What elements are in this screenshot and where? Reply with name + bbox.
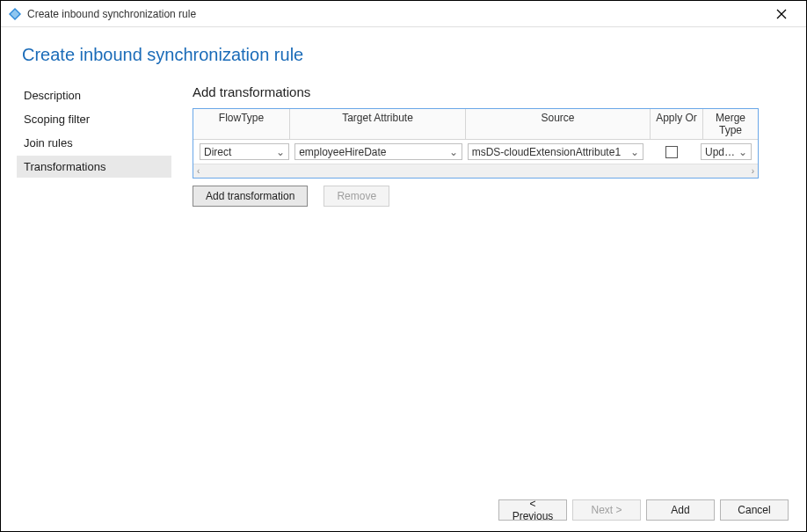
window-title: Create inbound synchronization rule — [27, 8, 196, 20]
remove-button[interactable]: Remove — [324, 186, 389, 207]
apply-once-checkbox[interactable] — [665, 146, 678, 158]
close-button[interactable] — [764, 1, 799, 27]
source-value: msDS-cloudExtensionAttribute1 — [472, 146, 630, 158]
app-icon — [8, 7, 22, 21]
sidenav-item-join-rules[interactable]: Join rules — [17, 132, 171, 154]
col-header-source: Source — [466, 109, 651, 140]
next-button[interactable]: Next > — [572, 499, 641, 521]
chevron-down-icon: ⌄ — [276, 146, 285, 158]
horizontal-scrollbar[interactable]: ‹ › — [193, 164, 758, 178]
page-title: Create inbound synchronization rule — [22, 45, 790, 65]
transformations-grid: FlowType Target Attribute Source Apply O… — [193, 108, 759, 179]
add-transformation-button[interactable]: Add transformation — [193, 186, 308, 207]
panel-heading: Add transformations — [193, 84, 790, 99]
col-header-applyor: Apply Or — [651, 109, 703, 140]
grid-header: FlowType Target Attribute Source Apply O… — [193, 109, 758, 140]
col-header-target: Target Attribute — [290, 109, 466, 140]
sidenav-item-scoping-filter[interactable]: Scoping filter — [17, 108, 171, 130]
sidenav-item-description[interactable]: Description — [17, 84, 171, 106]
sidenav-item-transformations[interactable]: Transformations — [17, 156, 171, 178]
previous-button[interactable]: < Previous — [498, 499, 567, 521]
merge-type-value: Update — [705, 146, 738, 158]
titlebar: Create inbound synchronization rule — [1, 1, 806, 27]
merge-type-select[interactable]: Update ⌄ — [701, 143, 752, 160]
wizard-footer: < Previous Next > Add Cancel — [498, 499, 789, 521]
chevron-down-icon: ⌄ — [738, 146, 747, 158]
scroll-right-icon: › — [752, 166, 754, 176]
cancel-button[interactable]: Cancel — [720, 499, 789, 521]
target-attribute-select[interactable]: employeeHireDate ⌄ — [294, 143, 462, 160]
col-header-flowtype: FlowType — [193, 109, 290, 140]
flowtype-value: Direct — [204, 146, 276, 158]
chevron-down-icon: ⌄ — [449, 146, 458, 158]
target-attribute-value: employeeHireDate — [299, 146, 449, 158]
chevron-down-icon: ⌄ — [630, 146, 639, 158]
col-header-merge: Merge Type — [703, 109, 758, 140]
source-select[interactable]: msDS-cloudExtensionAttribute1 ⌄ — [468, 143, 643, 160]
add-button[interactable]: Add — [646, 499, 715, 521]
wizard-steps: Description Scoping filter Join rules Tr… — [17, 84, 171, 207]
flowtype-select[interactable]: Direct ⌄ — [200, 143, 289, 160]
table-row: Direct ⌄ employeeHireDate ⌄ msDS-cloudEx… — [193, 140, 758, 164]
scroll-left-icon: ‹ — [197, 166, 200, 176]
